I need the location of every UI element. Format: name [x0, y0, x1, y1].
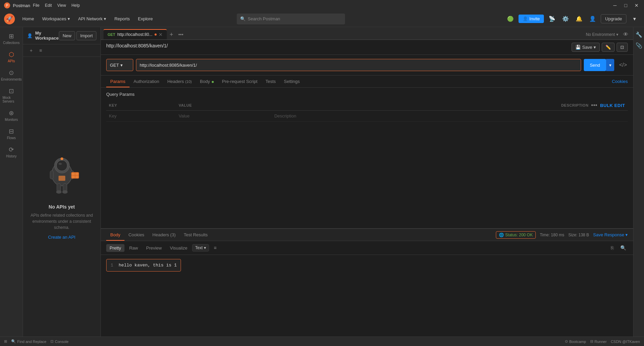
sidebar-item-monitors[interactable]: ⊛ Monitors: [1, 107, 22, 124]
tab-params[interactable]: Params: [106, 75, 130, 87]
search-icon: 🔍: [240, 16, 246, 21]
add-tab-button[interactable]: +: [167, 30, 176, 39]
tab-headers[interactable]: Headers (10): [163, 75, 196, 87]
send-dropdown-button[interactable]: ▾: [606, 59, 614, 71]
search-response-icon[interactable]: 🔍: [618, 243, 628, 253]
runner-button[interactable]: ⊟ Runner: [590, 339, 607, 344]
fmt-tab-preview[interactable]: Preview: [143, 244, 165, 252]
description-label: DESCRIPTION: [561, 103, 589, 107]
tab-settings[interactable]: Settings: [280, 75, 304, 87]
invite-button[interactable]: 👤 Invite: [519, 15, 544, 23]
search-placeholder: Search Postman: [248, 16, 280, 21]
sidebar-icons: ⊞ Collections ⬡ APIs ⊙ Environments ⊡ Mo…: [0, 27, 23, 337]
right-sidebar: 🔧 📎: [633, 27, 644, 337]
resp-tab-test-results[interactable]: Test Results: [180, 229, 212, 241]
menu-file[interactable]: File: [33, 3, 39, 8]
nav-api-network[interactable]: API Network ▾: [75, 14, 110, 23]
eye-icon[interactable]: 👁: [621, 30, 630, 39]
request-url-title: http://localhost:8085/kaven/1/: [106, 43, 168, 48]
tab-authorization[interactable]: Authorization: [130, 75, 163, 87]
request-sub-tabs: Params Authorization Headers (10) Body P…: [101, 75, 633, 88]
minimize-button[interactable]: ─: [612, 3, 618, 8]
menu-help[interactable]: Help: [71, 3, 80, 8]
menu-edit[interactable]: Edit: [45, 3, 52, 8]
right-sidebar-icon-1[interactable]: 🔧: [634, 30, 644, 39]
fmt-tab-pretty[interactable]: Pretty: [106, 244, 124, 252]
text-format-select[interactable]: Text ▾: [192, 244, 209, 252]
bottombar-right: ⊙ Bootcamp ⊟ Runner CSDN @ITKaven: [565, 339, 640, 344]
no-environment-label: No Environment: [586, 32, 615, 37]
resp-tab-headers[interactable]: Headers (3): [148, 229, 180, 241]
sidebar-item-apis[interactable]: ⬡ APIs: [1, 48, 22, 66]
bulk-edit-button[interactable]: Bulk Edit: [600, 103, 625, 108]
svg-rect-13: [59, 176, 65, 181]
save-response-button[interactable]: Save Response ▾: [593, 232, 628, 237]
profile-icon[interactable]: 👤: [587, 14, 598, 24]
fmt-tab-raw[interactable]: Raw: [126, 244, 141, 252]
environment-selector[interactable]: No Environment ▾: [586, 32, 618, 37]
create-api-link[interactable]: Create an API: [48, 235, 75, 240]
request-tab-method: GET: [108, 33, 115, 37]
right-sidebar-icon-2[interactable]: 📎: [634, 41, 644, 50]
request-tab-active[interactable]: GET http://localhost:80... ✕: [104, 29, 167, 39]
save-button[interactable]: 💾 Save ▾: [572, 43, 600, 52]
sidebar-item-mock-servers[interactable]: ⊡ Mock Servers: [1, 85, 22, 106]
new-button[interactable]: New: [59, 31, 75, 40]
nav-reports[interactable]: Reports: [111, 14, 133, 23]
format-lines-icon[interactable]: ≡: [210, 243, 220, 253]
runner-status-icon[interactable]: 🟢: [505, 14, 516, 24]
titlebar-menu: File Edit View Help: [33, 3, 80, 8]
close-button[interactable]: ✕: [633, 3, 640, 8]
console-button[interactable]: ⊡ Console: [50, 339, 68, 344]
titlebar-left: P Postman File Edit View Help: [4, 2, 80, 8]
menu-view[interactable]: View: [57, 3, 66, 8]
upgrade-button[interactable]: Upgrade: [601, 14, 626, 23]
main-content: GET http://localhost:80... ✕ + ••• No En…: [101, 27, 633, 337]
url-input[interactable]: [136, 59, 581, 71]
nav-workspaces[interactable]: Workspaces ▾: [39, 14, 73, 23]
bell-icon[interactable]: 🔔: [574, 14, 584, 24]
bootcamp-icon: ⊙: [565, 339, 568, 344]
resp-tab-body[interactable]: Body: [106, 229, 124, 241]
more-options-button[interactable]: •••: [591, 102, 597, 108]
settings-icon[interactable]: ⚙️: [560, 14, 571, 24]
method-select[interactable]: GET ▾: [106, 59, 133, 71]
maximize-button[interactable]: □: [622, 3, 629, 8]
nav-logo: 🚀: [4, 14, 15, 24]
send-button[interactable]: Send: [584, 59, 606, 71]
import-button[interactable]: Import: [76, 31, 96, 40]
chevron-down-icon[interactable]: ▾: [629, 14, 640, 24]
sidebar-item-collections[interactable]: ⊞ Collections: [1, 30, 22, 47]
tab-tests[interactable]: Tests: [261, 75, 280, 87]
description-input-cell[interactable]: Description: [272, 111, 628, 122]
toggle-sidebar-button[interactable]: ⊞: [4, 339, 7, 344]
edit-icon-button[interactable]: ✏️: [602, 43, 615, 52]
value-input-cell[interactable]: Value: [176, 111, 272, 122]
workspace-user-icon: 👤: [27, 33, 32, 38]
nav-home[interactable]: Home: [19, 14, 38, 23]
satellite-icon[interactable]: 📡: [547, 14, 557, 24]
key-input-cell[interactable]: Key: [106, 111, 176, 122]
search-bar[interactable]: 🔍 Search Postman: [237, 14, 345, 24]
tab-more-button[interactable]: •••: [176, 30, 186, 39]
resp-tab-cookies[interactable]: Cookies: [124, 229, 148, 241]
sidebar-item-environments[interactable]: ⊙ Environments: [1, 66, 22, 84]
fmt-tab-visualize[interactable]: Visualize: [166, 244, 191, 252]
sort-icon[interactable]: ≡: [37, 46, 45, 55]
panel-title: My Workspace: [35, 30, 59, 41]
bootcamp-button[interactable]: ⊙ Bootcamp: [565, 339, 586, 344]
nav-explore[interactable]: Explore: [135, 14, 156, 23]
copy-icon[interactable]: ⎘: [607, 243, 617, 253]
tab-pre-request[interactable]: Pre-request Script: [218, 75, 261, 87]
nav-right: 🟢 👤 Invite 📡 ⚙️ 🔔 👤 Upgrade ▾: [505, 14, 640, 24]
add-collection-btn[interactable]: +: [27, 46, 35, 55]
tab-body[interactable]: Body: [196, 75, 218, 87]
layout-icon-button[interactable]: ⊡: [617, 43, 628, 52]
code-icon[interactable]: </>: [618, 60, 628, 70]
sidebar-item-history[interactable]: ⟳ History: [1, 143, 22, 161]
request-tab-close[interactable]: ✕: [159, 32, 163, 37]
cookies-link[interactable]: Cookies: [612, 75, 628, 87]
titlebar: P Postman File Edit View Help ─ □ ✕: [0, 0, 644, 11]
find-replace-button[interactable]: 🔍 Find and Replace: [11, 339, 46, 344]
sidebar-item-flows[interactable]: ⊟ Flows: [1, 125, 22, 143]
